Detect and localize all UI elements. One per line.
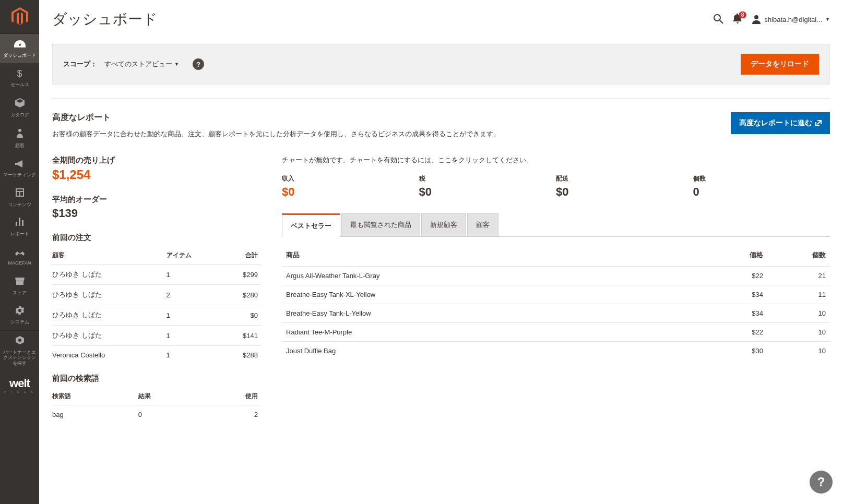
- puzzle-icon: [16, 336, 24, 347]
- page-title: ダッシュボード: [52, 9, 158, 29]
- last-search-title: 前回の検索語: [52, 374, 261, 383]
- nav-customers[interactable]: 顧客: [0, 123, 39, 153]
- col-uses: 使用: [199, 388, 261, 405]
- user-menu[interactable]: shibata.h@digital... ▼: [752, 15, 830, 24]
- col-items: アイテム: [167, 247, 224, 265]
- sidebar: ダッシュボード $ セールス カタログ 顧客 マーケティング コンテンツ レポー…: [0, 0, 39, 504]
- nav-label: 顧客: [15, 143, 25, 149]
- notification-badge: 8: [739, 11, 747, 18]
- nav-label: MAGEFAN: [8, 260, 31, 266]
- lifetime-sales-value: $1,254: [52, 167, 261, 182]
- table-row[interactable]: bag02: [52, 405, 261, 424]
- nav-content[interactable]: コンテンツ: [0, 183, 39, 212]
- nav-magefan[interactable]: MAGEFAN: [0, 242, 39, 271]
- nav-system[interactable]: システム: [0, 301, 39, 330]
- average-order-label: 平均的オーダー: [52, 195, 261, 205]
- nav-catalog[interactable]: カタログ: [0, 93, 39, 123]
- nav-dashboard[interactable]: ダッシュボード: [0, 34, 39, 63]
- table-row[interactable]: Breathe-Easy Tank-L-Yellow$3410: [282, 304, 830, 323]
- table-row[interactable]: Veronica Costello1$288: [52, 346, 261, 365]
- svg-point-0: [18, 129, 21, 132]
- table-row[interactable]: ひろゆき しばた1$0: [52, 305, 261, 326]
- notifications-icon[interactable]: 8: [733, 14, 742, 26]
- table-row[interactable]: ひろゆき しばた1$141: [52, 326, 261, 346]
- magento-logo[interactable]: [0, 0, 39, 34]
- bestsellers-table: 商品 価格 個数 Argus All-Weather Tank-L-Gray$2…: [282, 244, 830, 360]
- table-row[interactable]: ひろゆき しばた1$299: [52, 265, 261, 285]
- svg-rect-6: [22, 220, 23, 226]
- nav-label: マーケティング: [3, 172, 36, 178]
- nav-stores[interactable]: ストア: [0, 271, 39, 301]
- average-order-value: $139: [52, 207, 261, 220]
- tab-customers[interactable]: 顧客: [467, 213, 498, 236]
- gear-icon: [16, 306, 24, 318]
- col-product: 商品: [282, 244, 705, 267]
- shipping-label: 配送: [556, 174, 693, 183]
- svg-point-9: [754, 15, 758, 19]
- help-icon[interactable]: ?: [193, 58, 204, 70]
- stats-row: 収入 $0 税 $0 配送 $0 個数 0: [282, 174, 830, 199]
- revenue-value: $0: [282, 185, 419, 199]
- nav-reports[interactable]: レポート: [0, 212, 39, 242]
- svg-rect-5: [19, 218, 20, 226]
- table-row[interactable]: Argus All-Weather Tank-L-Gray$2221: [282, 267, 830, 285]
- tabs-row: ベストセラー 最も閲覧された商品 新規顧客 顧客: [282, 213, 830, 237]
- scope-select[interactable]: すべてのストアビュー ▼: [104, 59, 179, 69]
- qty-label: 個数: [693, 174, 830, 183]
- nav-label: セールス: [10, 82, 29, 88]
- store-icon: [15, 277, 25, 288]
- cube-icon: [15, 98, 25, 111]
- chevron-down-icon: ▼: [825, 17, 830, 22]
- advanced-reporting-button[interactable]: 高度なレポートに進む: [731, 112, 830, 134]
- table-row[interactable]: Breathe-Easy Tank-XL-Yellow$3411: [282, 285, 830, 304]
- user-name: shibata.h@digital...: [764, 16, 822, 23]
- scope-label: スコープ：: [63, 59, 97, 69]
- tax-value: $0: [419, 185, 556, 199]
- last-search-table: 検索語 結果 使用 bag02: [52, 388, 261, 424]
- nav-label: コンテンツ: [8, 202, 31, 208]
- tab-most-viewed[interactable]: 最も閲覧された商品: [341, 213, 420, 236]
- tab-new-customers[interactable]: 新規顧客: [421, 213, 466, 236]
- col-total: 合計: [224, 247, 261, 265]
- nav-label: パートナーとエクステンションを探す: [2, 350, 37, 366]
- external-link-icon: [815, 120, 822, 126]
- weltpixel-logo[interactable]: weltP I X E L: [0, 371, 39, 399]
- col-customer: 顧客: [52, 247, 167, 265]
- last-orders-table: 顧客 アイテム 合計 ひろゆき しばた1$299ひろゆき しばた2$280ひろゆ…: [52, 247, 261, 364]
- last-orders-title: 前回の注文: [52, 233, 261, 243]
- lifetime-sales-label: 全期間の売り上げ: [52, 155, 261, 165]
- user-icon: [752, 15, 761, 24]
- nav-marketing[interactable]: マーケティング: [0, 154, 39, 183]
- tax-label: 税: [419, 174, 556, 183]
- tab-bestsellers[interactable]: ベストセラー: [282, 213, 340, 237]
- table-row[interactable]: Radiant Tee-M-Purple$2210: [282, 323, 830, 342]
- adv-report-desc: お客様の顧客データに合わせた動的な商品、注文、顧客レポートを元にした分析データを…: [52, 128, 500, 140]
- enable-chart-link[interactable]: ここ: [438, 156, 452, 164]
- qty-value: 0: [693, 185, 830, 199]
- nav-label: システム: [10, 319, 29, 325]
- dollar-icon: $: [17, 68, 22, 80]
- svg-point-7: [714, 15, 720, 21]
- svg-rect-4: [16, 222, 17, 226]
- nav-label: カタログ: [10, 112, 29, 118]
- svg-line-8: [720, 20, 723, 23]
- adv-report-title: 高度なレポート: [52, 112, 500, 123]
- megaphone-icon: [15, 159, 25, 171]
- table-row[interactable]: Joust Duffle Bag$3010: [282, 342, 830, 361]
- col-price: 価格: [705, 244, 767, 267]
- person-icon: [17, 128, 23, 141]
- revenue-label: 収入: [282, 174, 419, 183]
- nav-sales[interactable]: $ セールス: [0, 63, 39, 92]
- chevron-down-icon: ▼: [174, 62, 179, 67]
- help-fab[interactable]: ?: [810, 471, 833, 494]
- search-icon[interactable]: [713, 14, 723, 26]
- advanced-reporting-section: 高度なレポート お客様の顧客データに合わせた動的な商品、注文、顧客レポートを元に…: [52, 112, 830, 140]
- col-term: 検索語: [52, 388, 138, 405]
- scope-bar: スコープ： すべてのストアビュー ▼ ? データをリロード: [52, 44, 830, 85]
- nav-partners[interactable]: パートナーとエクステンションを探す: [0, 330, 39, 371]
- table-row[interactable]: ひろゆき しばた2$280: [52, 285, 261, 305]
- chart-disabled-notice: チャートが無効です。チャートを有効にするには、ここをクリックしてください。: [282, 155, 830, 165]
- layout-icon: [16, 188, 24, 200]
- reload-data-button[interactable]: データをリロード: [741, 54, 819, 75]
- nav-label: レポート: [10, 231, 29, 237]
